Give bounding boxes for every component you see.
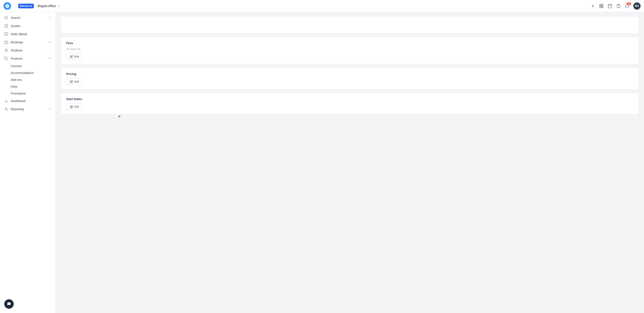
main-content: Fees No fees set. Edit Pricing Edit	[56, 12, 644, 313]
pricing-card: Pricing Edit	[61, 68, 639, 89]
calendar-button[interactable]	[608, 4, 612, 8]
fees-card: Fees No fees set. Edit	[61, 37, 639, 64]
start-dates-card: Start Dates Edit	[61, 93, 639, 115]
sidebar-item-bookings-label: Bookings	[11, 41, 23, 44]
sidebar-item-addons[interactable]: Add-ons	[11, 76, 56, 83]
start-dates-title: Start Dates	[66, 97, 634, 101]
products-submenu: Courses Accommodations Add-ons Fees Prom…	[0, 63, 56, 97]
pricing-edit-button[interactable]: Edit	[66, 78, 82, 85]
fees-edit-pencil-icon	[70, 55, 73, 58]
office-name: Bogotá Office	[38, 4, 56, 8]
sidebar-item-quotes[interactable]: Quotes	[0, 22, 56, 30]
accommodations-label: Accommodations	[11, 71, 34, 75]
promotions-label: Promotions	[11, 92, 26, 95]
clipboard-button[interactable]	[616, 4, 621, 8]
svg-point-12	[5, 16, 7, 19]
svg-rect-5	[600, 6, 601, 8]
svg-rect-7	[608, 4, 612, 8]
notifications-button[interactable]: 26	[625, 4, 630, 8]
sidebar-item-promotions[interactable]: Promotions	[11, 90, 56, 97]
add-button[interactable]	[590, 4, 595, 8]
logo-divider	[14, 3, 15, 9]
fees-edit-label: Edit	[74, 55, 79, 58]
pricing-card-inner: Pricing Edit	[61, 68, 639, 89]
office-selector[interactable]: Bogotá Office	[38, 4, 60, 8]
pricing-title: Pricing	[66, 72, 634, 76]
svg-line-13	[7, 19, 8, 19]
user-avatar[interactable]: MA	[633, 2, 640, 10]
sidebar-item-search[interactable]: Search	[0, 14, 56, 22]
addons-label: Add-ons	[11, 78, 22, 82]
sidebar-item-products-label: Products	[11, 57, 22, 60]
sidebar: Search Quotes Sales (Beta) Bookings Stud…	[0, 12, 56, 313]
notification-badge: 26	[627, 2, 631, 5]
svg-rect-11	[618, 4, 619, 5]
fees-card-inner: Fees No fees set. Edit	[61, 37, 639, 64]
sales-icon	[4, 32, 8, 36]
courses-label: Courses	[11, 64, 22, 68]
app-logo[interactable]	[4, 2, 11, 10]
layout-icon-button[interactable]	[599, 4, 604, 8]
edvisor-brand: Edvisor.io	[18, 4, 34, 8]
sidebar-item-reporting[interactable]: Reporting	[0, 105, 56, 113]
start-dates-edit-button[interactable]: Edit	[66, 103, 82, 110]
topnav-right: 26 MA	[590, 2, 640, 10]
students-icon	[4, 49, 8, 52]
sidebar-item-courses[interactable]: Courses	[11, 63, 56, 70]
svg-rect-4	[602, 4, 603, 6]
top-navigation: Edvisor.io Bogotá Office 26 MA	[0, 0, 644, 12]
bookings-icon	[4, 40, 8, 44]
sidebar-item-reporting-label: Reporting	[11, 107, 24, 111]
quotes-icon	[4, 24, 8, 28]
sidebar-item-students[interactable]: Students	[0, 46, 56, 55]
sidebar-item-sales-label: Sales (Beta)	[11, 32, 27, 36]
sidebar-item-bookings[interactable]: Bookings	[0, 38, 56, 46]
svg-rect-3	[600, 4, 601, 6]
sidebar-item-dashboard[interactable]: Dashboard	[0, 97, 56, 105]
sidebar-item-products[interactable]: Products	[0, 55, 56, 63]
sidebar-item-search-label: Search	[11, 16, 20, 20]
reporting-chevron-icon	[48, 107, 51, 111]
dashboard-icon	[4, 99, 8, 103]
search-icon	[4, 16, 8, 20]
start-dates-edit-label: Edit	[74, 105, 79, 108]
svg-rect-17	[5, 41, 8, 44]
sidebar-item-accommodations[interactable]: Accommodations	[11, 70, 56, 76]
chat-icon	[7, 302, 11, 306]
fees-edit-button[interactable]: Edit	[66, 53, 82, 60]
bookings-chevron-icon	[48, 41, 51, 44]
pricing-edit-pencil-icon	[70, 80, 73, 83]
top-empty-card	[61, 16, 639, 34]
products-chevron-icon	[48, 57, 51, 61]
reporting-icon	[4, 107, 8, 111]
chat-support-button[interactable]	[4, 299, 14, 309]
svg-rect-14	[5, 33, 8, 35]
start-dates-edit-pencil-icon	[70, 105, 73, 108]
start-dates-card-inner: Start Dates Edit	[61, 93, 639, 114]
content-area: Fees No fees set. Edit Pricing Edit	[56, 12, 644, 122]
sidebar-item-quotes-label: Quotes	[11, 24, 20, 28]
main-layout: Search Quotes Sales (Beta) Bookings Stud…	[0, 12, 644, 313]
fees-title: Fees	[66, 41, 634, 45]
pricing-edit-label: Edit	[74, 80, 79, 83]
sidebar-item-fees[interactable]: Fees	[11, 83, 56, 90]
no-fees-message: No fees set.	[66, 47, 634, 51]
topnav-left: Edvisor.io Bogotá Office	[4, 2, 60, 10]
svg-rect-6	[602, 6, 603, 8]
fees-label: Fees	[11, 85, 17, 88]
sidebar-item-students-label: Students	[11, 49, 22, 52]
svg-point-18	[6, 49, 7, 50]
sidebar-item-sales[interactable]: Sales (Beta)	[0, 30, 56, 38]
sidebar-item-dashboard-label: Dashboard	[11, 99, 26, 103]
products-icon	[4, 57, 8, 61]
chevron-right-icon	[48, 16, 51, 20]
